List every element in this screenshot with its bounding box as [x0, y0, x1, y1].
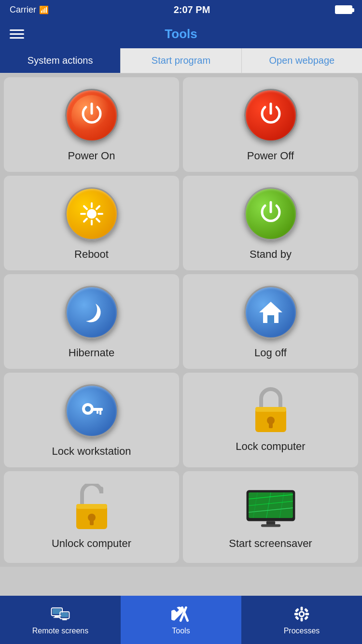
svg-rect-49	[301, 617, 303, 621]
power-off-button[interactable]: Power Off	[183, 77, 358, 172]
svg-rect-13	[267, 315, 274, 323]
reboot-label: Reboot	[74, 248, 109, 261]
svg-rect-52	[295, 608, 299, 612]
svg-point-2	[87, 209, 97, 219]
unlock-computer-icon	[70, 486, 113, 530]
power-off-label: Power Off	[247, 150, 294, 162]
svg-line-7	[84, 206, 87, 209]
tools-icon	[171, 604, 191, 624]
processes-icon	[292, 604, 311, 624]
svg-line-8	[97, 219, 99, 222]
hibernate-label: Hibernate	[69, 347, 114, 359]
svg-point-47	[300, 613, 303, 616]
header: Tools	[0, 19, 362, 48]
start-screensaver-button[interactable]: Start screensaver	[183, 471, 358, 563]
start-screensaver-label: Start screensaver	[229, 537, 312, 550]
nav-tools-label: Tools	[172, 627, 190, 635]
hibernate-icon	[65, 286, 118, 339]
tab-start-program[interactable]: Start program	[121, 48, 241, 73]
lock-workstation-button[interactable]: Lock workstation	[4, 373, 179, 467]
power-on-label: Power On	[68, 150, 115, 162]
svg-rect-35	[266, 521, 275, 525]
tab-open-webpage[interactable]: Open webpage	[242, 48, 362, 73]
log-off-button[interactable]: Log off	[183, 274, 358, 369]
power-on-button[interactable]: Power On	[4, 77, 179, 172]
log-off-label: Log off	[254, 347, 287, 359]
svg-rect-55	[304, 616, 308, 620]
hibernate-svg	[77, 298, 106, 327]
bottom-navigation: Remote screens Tools Processes	[0, 596, 362, 644]
svg-rect-42	[61, 613, 68, 617]
svg-rect-24	[76, 504, 107, 509]
lock-ws-svg	[77, 396, 106, 425]
svg-rect-53	[304, 608, 308, 612]
reboot-button[interactable]: Reboot	[4, 176, 179, 270]
svg-line-9	[97, 206, 99, 209]
battery-icon	[335, 5, 352, 14]
time-display: 2:07 PM	[174, 4, 210, 15]
lock-computer-label: Lock computer	[236, 440, 305, 453]
svg-rect-51	[305, 613, 309, 616]
screensaver-icon	[244, 486, 297, 530]
stand-by-label: Stand by	[250, 248, 292, 261]
status-bar: Carrier 📶 2:07 PM	[0, 0, 362, 19]
reboot-svg	[77, 199, 106, 228]
actions-grid: Power On Power Off	[0, 73, 362, 567]
nav-remote-screens-label: Remote screens	[32, 627, 89, 635]
unlock-computer-label: Unlock computer	[52, 537, 131, 550]
standby-icon	[244, 187, 297, 240]
screensaver-svg	[244, 486, 297, 530]
power-off-icon	[244, 89, 297, 142]
svg-rect-17	[99, 411, 101, 415]
svg-rect-18	[97, 411, 98, 414]
svg-rect-36	[261, 524, 280, 527]
remote-screens-icon	[51, 604, 70, 624]
svg-point-15	[85, 406, 91, 412]
unlock-computer-svg	[72, 484, 111, 532]
unlock-computer-button[interactable]: Unlock computer	[4, 471, 179, 563]
stand-by-button[interactable]: Stand by	[183, 176, 358, 270]
wifi-icon: 📶	[39, 5, 49, 14]
svg-rect-40	[54, 617, 60, 618]
power-off-svg	[256, 101, 285, 130]
svg-rect-39	[55, 616, 59, 617]
power-on-svg	[77, 101, 106, 130]
menu-button[interactable]	[10, 29, 24, 39]
hibernate-button[interactable]: Hibernate	[4, 274, 179, 369]
svg-rect-22	[269, 422, 273, 428]
svg-rect-50	[294, 613, 298, 616]
tab-bar: System actions Start program Open webpag…	[0, 48, 362, 73]
carrier-label: Carrier	[10, 5, 36, 15]
power-on-icon	[65, 89, 118, 142]
svg-line-10	[84, 219, 87, 222]
reboot-icon	[65, 187, 118, 240]
lock-ws-icon	[65, 384, 118, 437]
lock-computer-svg	[251, 387, 290, 435]
nav-remote-screens[interactable]: Remote screens	[0, 596, 121, 644]
page-title: Tools	[165, 27, 197, 42]
svg-rect-26	[90, 519, 94, 525]
svg-rect-16	[92, 408, 103, 411]
nav-processes[interactable]: Processes	[241, 596, 362, 644]
standby-svg	[256, 199, 285, 228]
nav-tools[interactable]: Tools	[121, 596, 241, 644]
lock-workstation-label: Lock workstation	[52, 445, 131, 458]
logoff-svg	[256, 298, 285, 327]
logoff-icon	[244, 286, 297, 339]
svg-rect-43	[62, 619, 67, 620]
nav-processes-label: Processes	[284, 627, 320, 635]
carrier-info: Carrier 📶	[10, 5, 49, 15]
svg-rect-54	[295, 616, 299, 620]
lock-computer-button[interactable]: Lock computer	[183, 373, 358, 467]
svg-rect-48	[301, 607, 303, 611]
svg-rect-20	[255, 407, 286, 412]
tab-system-actions[interactable]: System actions	[0, 48, 121, 73]
lock-computer-icon	[249, 389, 292, 433]
